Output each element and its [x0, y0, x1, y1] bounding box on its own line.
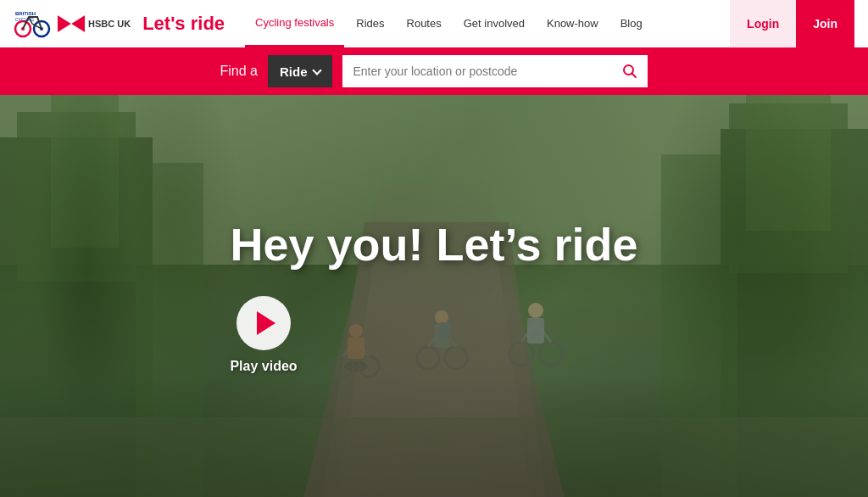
find-a-label: Find a: [220, 64, 258, 79]
british-cycling-logo[interactable]: BRITISH CYCLING: [14, 8, 51, 39]
hero-content: Hey you! Let’s ride Play video: [230, 218, 637, 374]
svg-line-11: [632, 74, 637, 78]
play-video-button[interactable]: Play video: [230, 296, 297, 374]
play-video-label: Play video: [230, 359, 297, 374]
join-button[interactable]: Join: [796, 0, 854, 47]
location-search-input[interactable]: [353, 64, 622, 78]
search-submit-button[interactable]: [622, 64, 637, 79]
nav-routes[interactable]: Routes: [397, 0, 452, 47]
ride-dropdown-label: Ride: [280, 64, 308, 79]
login-button[interactable]: Login: [730, 0, 796, 47]
search-input-wrap: [342, 55, 648, 87]
search-bar: Find a Ride: [0, 47, 868, 95]
hero-title: Hey you! Let’s ride: [230, 218, 637, 271]
svg-text:BRITISH: BRITISH: [15, 11, 36, 16]
site-header: BRITISH CYCLING HSBC UK Let's ride Cycli…: [0, 0, 868, 47]
logo-area: BRITISH CYCLING HSBC UK Let's ride: [14, 8, 225, 39]
play-icon: [257, 311, 275, 335]
play-circle: [236, 296, 291, 350]
nav-rides[interactable]: Rides: [346, 0, 394, 47]
nav-blog[interactable]: Blog: [610, 0, 653, 47]
auth-buttons: Login Join: [730, 0, 854, 47]
main-nav: Cycling festivals Rides Routes Get invol…: [245, 0, 730, 47]
nav-get-involved[interactable]: Get involved: [453, 0, 535, 47]
nav-know-how[interactable]: Know-how: [537, 0, 609, 47]
svg-text:CYCLING: CYCLING: [15, 17, 34, 22]
chevron-down-icon: [313, 65, 322, 75]
hsbc-text: HSBC UK: [88, 19, 131, 29]
search-icon: [622, 64, 637, 79]
lets-ride-logo-text: Let's ride: [142, 13, 225, 35]
nav-cycling-festivals[interactable]: Cycling festivals: [245, 0, 344, 47]
ride-type-dropdown[interactable]: Ride: [268, 55, 333, 87]
hero-background: Hey you! Let’s ride Play video: [0, 95, 868, 497]
hero-section: Hey you! Let’s ride Play video: [0, 95, 868, 497]
hsbc-logo: HSBC UK: [58, 15, 131, 32]
